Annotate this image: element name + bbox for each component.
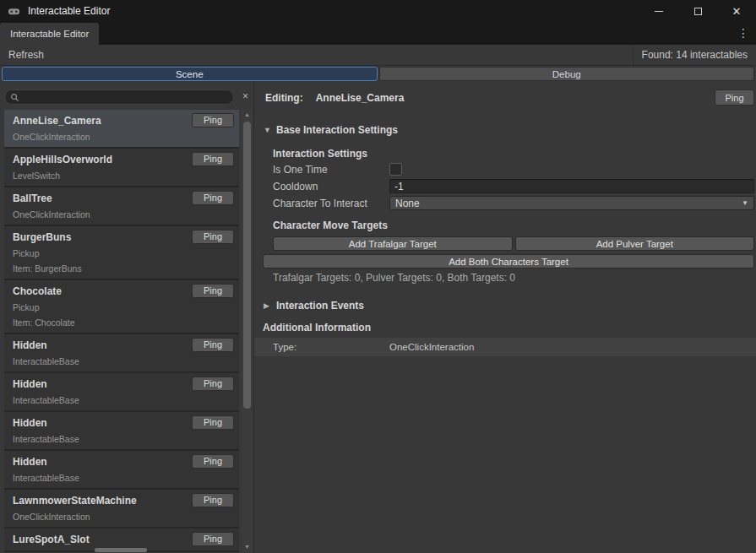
ping-button[interactable]: Ping [192,152,234,166]
search-input[interactable] [19,92,226,102]
list-item[interactable]: Hidden InteractableBase Ping [4,373,239,412]
item-subtitle: InteractableBase [13,394,231,406]
cooldown-row: Cooldown [273,179,754,193]
list-item[interactable]: BurgerBuns Pickup Item: BurgerBuns Ping [4,226,239,280]
foldout-label: Base Interaction Settings [276,124,398,136]
ping-button[interactable]: Ping [192,377,234,391]
list-item[interactable]: AnneLise_Camera OneClickInteraction Ping [4,110,239,149]
window-menu-icon[interactable]: ⋮ [737,26,756,45]
list-item[interactable]: BallTree OneClickInteraction Ping [4,187,239,226]
tab-interactable-editor[interactable]: Interactable Editor [0,23,99,45]
type-row: Type: OneClickInteraction [254,338,756,356]
list-item[interactable]: Chocolate Pickup Item: Chocolate Ping [4,280,239,334]
item-subtitle: Item: Chocolate [13,317,231,328]
scroll-up-icon[interactable]: ▲ [242,110,253,120]
ping-button[interactable]: Ping [192,415,234,430]
additional-information-header: Additional Information [263,322,371,333]
ping-button[interactable]: Ping [192,230,234,244]
interactable-editor-window: Interactable Editor ✕ Interactable Edito… [0,0,756,553]
foldout-label: Interaction Events [276,300,364,312]
ping-button[interactable]: Ping [192,454,234,469]
type-value: OneClickInteraction [389,342,474,352]
editing-label: Editing: [265,92,303,104]
list-item[interactable]: LawnmowerStateMachine OneClickInteractio… [4,490,239,529]
found-count-label: Found: 14 interactables [633,45,756,65]
inspector-ping-button[interactable]: Ping [715,89,754,106]
scroll-down-icon[interactable]: ▼ [242,542,253,552]
list-item[interactable]: AppleHillsOverworld LevelSwitch Ping [4,149,239,187]
list-item[interactable]: Hidden InteractableBase Ping [4,412,239,451]
interactable-list: AnneLise_Camera OneClickInteraction Ping… [4,110,239,553]
foldout-closed-icon: ▶ [264,301,276,310]
character-to-interact-label: Character To Interact [273,198,389,209]
interaction-settings-header: Interaction Settings [273,148,367,160]
foldout-open-icon: ▼ [264,126,276,134]
doc-tab-bar: Interactable Editor ⋮ [0,22,756,45]
item-subtitle: InteractableBase [13,355,231,367]
item-subtitle: InteractableBase [13,472,231,484]
maximize-button[interactable] [678,0,717,22]
toolbar: Refresh Found: 14 interactables [0,45,756,66]
is-one-time-checkbox[interactable] [389,163,402,176]
close-button[interactable]: ✕ [717,0,756,22]
is-one-time-label: Is One Time [273,164,389,176]
tab-debug[interactable]: Debug [379,67,755,81]
mode-tab-bar: Scene Debug [2,67,754,81]
minimize-icon [655,11,663,12]
app-icon [8,5,20,18]
ping-button[interactable]: Ping [192,113,234,127]
item-subtitle: OneClickInteraction [13,511,231,523]
editing-value: AnneLise_Camera [316,92,405,104]
close-icon: ✕ [732,6,742,17]
add-target-button-row: Add Trafalgar Target Add Pulver Target [273,236,754,251]
doc-tab-label: Interactable Editor [10,29,89,39]
cooldown-field[interactable] [389,179,754,193]
ping-button[interactable]: Ping [192,338,234,352]
maximize-icon [694,8,702,15]
ping-button[interactable]: Ping [192,284,234,298]
ping-button[interactable]: Ping [192,493,234,507]
vertical-scrollbar[interactable]: ▲ ▼ [242,110,253,553]
is-one-time-row: Is One Time [273,162,754,176]
type-label: Type: [273,342,389,352]
character-to-interact-dropdown[interactable]: None ▼ [389,196,754,210]
inspector-panel: Editing: AnneLise_Camera Ping ▼ Base Int… [253,81,756,553]
refresh-button[interactable]: Refresh [0,45,52,65]
minimize-button[interactable] [639,0,678,22]
ping-button[interactable]: Ping [192,191,234,205]
window-controls: ✕ [639,0,756,22]
list-item[interactable]: Hidden InteractableBase Ping [4,451,239,490]
horizontal-scrollbar-thumb[interactable] [95,548,147,552]
search-field[interactable] [4,89,234,105]
titlebar: Interactable Editor ✕ [0,0,756,22]
dropdown-value: None [395,198,420,209]
base-interaction-settings-foldout[interactable]: ▼ Base Interaction Settings [264,124,398,136]
targets-summary: Trafalgar Targets: 0, Pulver Targets: 0,… [273,272,515,284]
add-both-characters-target-button[interactable]: Add Both Characters Target [263,254,754,268]
chevron-down-icon: ▼ [742,199,748,207]
search-clear-button[interactable]: × [239,89,252,104]
item-subtitle: Pickup [13,247,231,259]
item-subtitle: OneClickInteraction [13,209,231,220]
scene-list-panel: × AnneLise_Camera OneClickInteraction Pi… [0,81,253,553]
editing-row: Editing: AnneLise_Camera Ping [265,89,754,106]
add-trafalgar-target-button[interactable]: Add Trafalgar Target [273,236,513,251]
cooldown-label: Cooldown [273,181,389,192]
interaction-events-foldout[interactable]: ▶ Interaction Events [264,300,364,312]
window-title: Interactable Editor [28,5,110,17]
item-subtitle: Pickup [13,301,231,313]
item-subtitle: Item: BurgerBuns [13,263,231,274]
tab-scene[interactable]: Scene [2,67,378,81]
item-subtitle: LevelSwitch [13,170,231,182]
search-icon [10,93,19,102]
ping-button[interactable]: Ping [192,532,234,546]
item-subtitle: OneClickInteraction [13,131,231,143]
item-subtitle: InteractableBase [13,433,231,445]
character-move-targets-header: Character Move Targets [273,220,388,231]
list-item[interactable]: Hidden InteractableBase Ping [4,334,239,373]
character-to-interact-row: Character To Interact None ▼ [273,196,754,210]
add-pulver-target-button[interactable]: Add Pulver Target [515,236,755,251]
vertical-scrollbar-thumb[interactable] [243,122,251,409]
